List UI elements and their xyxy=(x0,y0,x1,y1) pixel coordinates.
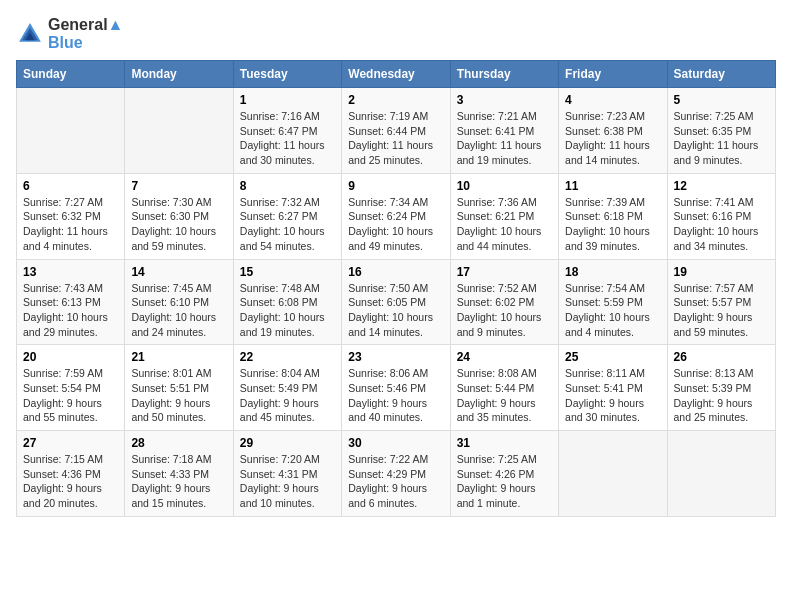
calendar-day: 21 Sunrise: 8:01 AM Sunset: 5:51 PM Dayl… xyxy=(125,345,233,431)
calendar-day: 11 Sunrise: 7:39 AM Sunset: 6:18 PM Dayl… xyxy=(559,173,667,259)
sunrise: Sunrise: 7:50 AM xyxy=(348,281,443,296)
sunrise: Sunrise: 8:08 AM xyxy=(457,366,552,381)
day-info: Sunrise: 7:57 AM Sunset: 5:57 PM Dayligh… xyxy=(674,281,769,340)
calendar-header: SundayMondayTuesdayWednesdayThursdayFrid… xyxy=(17,61,776,88)
calendar-day: 27 Sunrise: 7:15 AM Sunset: 4:36 PM Dayl… xyxy=(17,431,125,517)
daylight: Daylight: 11 hours and 30 minutes. xyxy=(240,138,335,167)
calendar-day: 20 Sunrise: 7:59 AM Sunset: 5:54 PM Dayl… xyxy=(17,345,125,431)
daylight: Daylight: 10 hours and 9 minutes. xyxy=(457,310,552,339)
day-number: 22 xyxy=(240,350,335,364)
calendar-day: 5 Sunrise: 7:25 AM Sunset: 6:35 PM Dayli… xyxy=(667,88,775,174)
sunrise: Sunrise: 8:13 AM xyxy=(674,366,769,381)
day-number: 16 xyxy=(348,265,443,279)
daylight: Daylight: 10 hours and 59 minutes. xyxy=(131,224,226,253)
day-info: Sunrise: 7:43 AM Sunset: 6:13 PM Dayligh… xyxy=(23,281,118,340)
daylight: Daylight: 11 hours and 14 minutes. xyxy=(565,138,660,167)
sunrise: Sunrise: 7:30 AM xyxy=(131,195,226,210)
sunset: Sunset: 5:49 PM xyxy=(240,381,335,396)
day-number: 6 xyxy=(23,179,118,193)
sunrise: Sunrise: 7:32 AM xyxy=(240,195,335,210)
sunset: Sunset: 6:35 PM xyxy=(674,124,769,139)
day-info: Sunrise: 7:34 AM Sunset: 6:24 PM Dayligh… xyxy=(348,195,443,254)
daylight: Daylight: 9 hours and 1 minute. xyxy=(457,481,552,510)
sunset: Sunset: 6:05 PM xyxy=(348,295,443,310)
calendar-day: 19 Sunrise: 7:57 AM Sunset: 5:57 PM Dayl… xyxy=(667,259,775,345)
sunset: Sunset: 4:29 PM xyxy=(348,467,443,482)
sunset: Sunset: 6:21 PM xyxy=(457,209,552,224)
calendar-table: SundayMondayTuesdayWednesdayThursdayFrid… xyxy=(16,60,776,517)
day-number: 26 xyxy=(674,350,769,364)
sunset: Sunset: 5:39 PM xyxy=(674,381,769,396)
calendar-day: 10 Sunrise: 7:36 AM Sunset: 6:21 PM Dayl… xyxy=(450,173,558,259)
calendar-day: 29 Sunrise: 7:20 AM Sunset: 4:31 PM Dayl… xyxy=(233,431,341,517)
calendar-day xyxy=(17,88,125,174)
day-number: 21 xyxy=(131,350,226,364)
day-number: 27 xyxy=(23,436,118,450)
daylight: Daylight: 11 hours and 4 minutes. xyxy=(23,224,118,253)
sunset: Sunset: 6:32 PM xyxy=(23,209,118,224)
day-info: Sunrise: 7:22 AM Sunset: 4:29 PM Dayligh… xyxy=(348,452,443,511)
day-number: 1 xyxy=(240,93,335,107)
sunset: Sunset: 6:13 PM xyxy=(23,295,118,310)
day-info: Sunrise: 7:32 AM Sunset: 6:27 PM Dayligh… xyxy=(240,195,335,254)
weekday-row: SundayMondayTuesdayWednesdayThursdayFrid… xyxy=(17,61,776,88)
day-info: Sunrise: 7:50 AM Sunset: 6:05 PM Dayligh… xyxy=(348,281,443,340)
daylight: Daylight: 9 hours and 30 minutes. xyxy=(565,396,660,425)
daylight: Daylight: 10 hours and 39 minutes. xyxy=(565,224,660,253)
day-number: 23 xyxy=(348,350,443,364)
daylight: Daylight: 10 hours and 29 minutes. xyxy=(23,310,118,339)
calendar-day xyxy=(125,88,233,174)
weekday-header-thursday: Thursday xyxy=(450,61,558,88)
day-number: 2 xyxy=(348,93,443,107)
sunset: Sunset: 5:57 PM xyxy=(674,295,769,310)
sunset: Sunset: 5:59 PM xyxy=(565,295,660,310)
logo-text: General▲ Blue xyxy=(48,16,123,52)
sunset: Sunset: 4:36 PM xyxy=(23,467,118,482)
sunrise: Sunrise: 7:45 AM xyxy=(131,281,226,296)
day-info: Sunrise: 7:41 AM Sunset: 6:16 PM Dayligh… xyxy=(674,195,769,254)
daylight: Daylight: 9 hours and 35 minutes. xyxy=(457,396,552,425)
sunrise: Sunrise: 7:25 AM xyxy=(457,452,552,467)
sunrise: Sunrise: 7:59 AM xyxy=(23,366,118,381)
day-info: Sunrise: 7:27 AM Sunset: 6:32 PM Dayligh… xyxy=(23,195,118,254)
daylight: Daylight: 9 hours and 25 minutes. xyxy=(674,396,769,425)
day-number: 20 xyxy=(23,350,118,364)
sunset: Sunset: 5:51 PM xyxy=(131,381,226,396)
sunrise: Sunrise: 7:23 AM xyxy=(565,109,660,124)
day-info: Sunrise: 7:18 AM Sunset: 4:33 PM Dayligh… xyxy=(131,452,226,511)
daylight: Daylight: 9 hours and 20 minutes. xyxy=(23,481,118,510)
daylight: Daylight: 10 hours and 54 minutes. xyxy=(240,224,335,253)
day-number: 9 xyxy=(348,179,443,193)
day-info: Sunrise: 8:13 AM Sunset: 5:39 PM Dayligh… xyxy=(674,366,769,425)
daylight: Daylight: 10 hours and 44 minutes. xyxy=(457,224,552,253)
daylight: Daylight: 11 hours and 9 minutes. xyxy=(674,138,769,167)
day-number: 5 xyxy=(674,93,769,107)
day-info: Sunrise: 8:06 AM Sunset: 5:46 PM Dayligh… xyxy=(348,366,443,425)
calendar-day: 28 Sunrise: 7:18 AM Sunset: 4:33 PM Dayl… xyxy=(125,431,233,517)
calendar-day: 2 Sunrise: 7:19 AM Sunset: 6:44 PM Dayli… xyxy=(342,88,450,174)
day-number: 28 xyxy=(131,436,226,450)
sunset: Sunset: 4:26 PM xyxy=(457,467,552,482)
daylight: Daylight: 10 hours and 14 minutes. xyxy=(348,310,443,339)
daylight: Daylight: 9 hours and 50 minutes. xyxy=(131,396,226,425)
sunset: Sunset: 6:24 PM xyxy=(348,209,443,224)
sunset: Sunset: 6:10 PM xyxy=(131,295,226,310)
day-number: 7 xyxy=(131,179,226,193)
daylight: Daylight: 10 hours and 19 minutes. xyxy=(240,310,335,339)
day-info: Sunrise: 8:08 AM Sunset: 5:44 PM Dayligh… xyxy=(457,366,552,425)
calendar-day: 12 Sunrise: 7:41 AM Sunset: 6:16 PM Dayl… xyxy=(667,173,775,259)
day-number: 30 xyxy=(348,436,443,450)
sunset: Sunset: 6:08 PM xyxy=(240,295,335,310)
calendar-day: 23 Sunrise: 8:06 AM Sunset: 5:46 PM Dayl… xyxy=(342,345,450,431)
day-info: Sunrise: 8:01 AM Sunset: 5:51 PM Dayligh… xyxy=(131,366,226,425)
calendar-day: 25 Sunrise: 8:11 AM Sunset: 5:41 PM Dayl… xyxy=(559,345,667,431)
calendar-day: 15 Sunrise: 7:48 AM Sunset: 6:08 PM Dayl… xyxy=(233,259,341,345)
calendar-day: 17 Sunrise: 7:52 AM Sunset: 6:02 PM Dayl… xyxy=(450,259,558,345)
sunset: Sunset: 6:44 PM xyxy=(348,124,443,139)
sunrise: Sunrise: 8:01 AM xyxy=(131,366,226,381)
sunrise: Sunrise: 7:54 AM xyxy=(565,281,660,296)
sunset: Sunset: 6:30 PM xyxy=(131,209,226,224)
day-number: 11 xyxy=(565,179,660,193)
day-info: Sunrise: 7:30 AM Sunset: 6:30 PM Dayligh… xyxy=(131,195,226,254)
calendar-day: 9 Sunrise: 7:34 AM Sunset: 6:24 PM Dayli… xyxy=(342,173,450,259)
